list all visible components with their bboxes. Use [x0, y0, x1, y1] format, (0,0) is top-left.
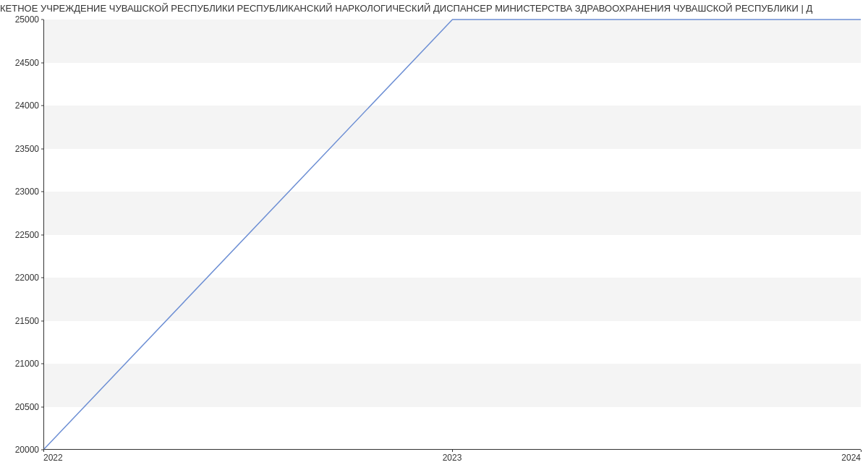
- y-tick-label: 22500: [3, 230, 39, 240]
- y-tick-mark: [41, 192, 43, 192]
- y-tick-mark: [41, 278, 43, 278]
- y-tick-mark: [41, 20, 43, 20]
- x-tick-mark: [861, 450, 861, 452]
- y-tick-label: 22000: [3, 273, 39, 283]
- y-tick-mark: [41, 234, 43, 235]
- chart-title: КЕТНОЕ УЧРЕЖДЕНИЕ ЧУВАШСКОЙ РЕСПУБЛИКИ Р…: [0, 0, 868, 15]
- line-svg: [44, 20, 861, 449]
- y-tick-label: 24500: [3, 58, 39, 68]
- y-tick-mark: [41, 148, 43, 149]
- y-tick-label: 20000: [3, 445, 39, 455]
- x-tick-label: 2022: [43, 453, 63, 463]
- data-series-line: [44, 20, 861, 449]
- y-tick-mark: [41, 364, 43, 364]
- x-tick-mark: [452, 450, 453, 452]
- y-tick-mark: [41, 406, 43, 407]
- plot-region: [43, 20, 861, 450]
- y-tick-mark: [41, 320, 43, 321]
- x-tick-label: 2023: [443, 453, 462, 463]
- x-tick-mark: [43, 450, 44, 452]
- y-tick-label: 21000: [3, 359, 39, 369]
- y-tick-label: 21500: [3, 316, 39, 326]
- x-tick-label: 2024: [841, 453, 861, 463]
- y-tick-label: 23500: [3, 144, 39, 154]
- chart-area: 2000020500210002150022000225002300023500…: [0, 15, 868, 470]
- y-tick-mark: [41, 62, 43, 63]
- y-tick-label: 25000: [3, 14, 39, 25]
- y-tick-mark: [41, 106, 43, 106]
- y-tick-label: 20500: [3, 402, 39, 412]
- y-tick-label: 23000: [3, 187, 39, 197]
- y-tick-label: 24000: [3, 101, 39, 111]
